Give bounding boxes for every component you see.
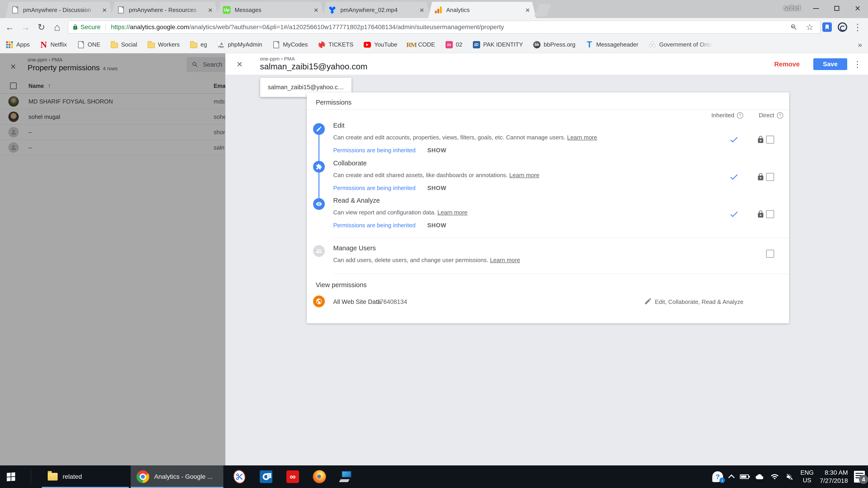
bookmark-phpmyadmin[interactable]: PMAphpMyAdmin (217, 41, 262, 48)
inherited-note-link[interactable]: Permissions are being inherited (333, 185, 415, 192)
back-icon[interactable]: ← (2, 18, 18, 36)
inherited-note-link[interactable]: Permissions are being inherited (333, 147, 415, 154)
learn-more-link[interactable]: Learn more (567, 134, 597, 141)
close-button[interactable]: × (847, 0, 868, 17)
learn-more-link[interactable]: Learn more (509, 172, 539, 178)
tab-close-icon[interactable]: × (314, 6, 318, 14)
start-button[interactable] (0, 465, 22, 488)
tab-analytics-active[interactable]: Analytics × (428, 2, 536, 18)
tab-close-icon[interactable]: × (208, 6, 213, 14)
tab-pmanywhere-resources[interactable]: pmAnywhere - Resources × (111, 2, 219, 18)
upwork-icon: Up (223, 6, 230, 14)
bookmark-apps[interactable]: Apps (6, 41, 30, 48)
modal-scrim[interactable] (0, 53, 225, 465)
wifi-icon[interactable] (770, 473, 779, 481)
tray-expand-icon[interactable] (729, 474, 734, 480)
bookmark-youtube[interactable]: YouTube (364, 41, 397, 48)
omnibox[interactable]: Secure https://analytics.google.com/anal… (68, 21, 820, 34)
volume-muted-icon[interactable] (785, 473, 794, 481)
tab-close-icon[interactable]: × (420, 6, 424, 14)
bookmark-mycodes[interactable]: MyCodes (273, 41, 308, 48)
bookmark-code[interactable]: RMCODE (408, 41, 435, 48)
bookmark-social[interactable]: Social (111, 41, 137, 48)
task-chrome-analytics[interactable]: Analytics - Google ... (131, 465, 223, 488)
adobe-cc-button[interactable]: ∞ (279, 465, 306, 488)
task-active-indicator (131, 487, 223, 488)
show-button[interactable]: SHOW (427, 147, 446, 154)
bbpress-icon: bb (533, 41, 540, 48)
action-center-icon[interactable]: 4 (854, 471, 865, 483)
bookmark-netflix[interactable]: NNetflix (40, 41, 67, 48)
bookmark-star-icon[interactable]: ☆ (803, 21, 816, 33)
bookmark-messageheader[interactable]: TMessageheader (586, 41, 638, 48)
snipping-tool-button[interactable] (226, 465, 253, 488)
direct-checkbox[interactable] (766, 210, 774, 218)
direct-checkbox[interactable] (766, 173, 774, 181)
tab-pmanywhere-video[interactable]: pmAnywhere_02.mp4 × (322, 2, 430, 18)
help-icon[interactable]: ? (737, 112, 743, 119)
remove-button[interactable]: Remove (774, 61, 800, 68)
language-indicator[interactable]: ENG US (800, 469, 814, 484)
lock-icon (756, 210, 765, 218)
url-text[interactable]: https://analytics.google.com/analytics/w… (111, 24, 784, 31)
url-host: analytics.google.com (130, 24, 189, 31)
analytics-icon (434, 6, 442, 14)
show-button[interactable]: SHOW (427, 185, 446, 192)
zoom-indicator-icon[interactable] (787, 21, 800, 33)
inherited-note-link[interactable]: Permissions are being inherited (333, 222, 415, 229)
learn-more-link[interactable]: Learn more (490, 257, 520, 263)
outlook-icon (260, 470, 272, 483)
swirl-extension-icon[interactable] (838, 22, 847, 32)
this-pc-button[interactable] (333, 465, 360, 488)
system-tray: ?i ENG US 8:30 AM 7/27/2018 4 (712, 465, 865, 488)
security-chip[interactable]: Secure (72, 24, 101, 31)
home-icon[interactable]: ⌂ (49, 18, 65, 36)
direct-checkbox[interactable] (766, 135, 774, 144)
battery-icon[interactable] (740, 475, 749, 479)
bookmark-pak-identity[interactable]: IDPAK IDENTITY (473, 41, 523, 48)
bookmark-workers[interactable]: Workers (148, 41, 180, 48)
edit-permission-icon (313, 123, 325, 135)
bookmark-eg[interactable]: eg (190, 41, 207, 48)
bookmark-02[interactable]: in02 (445, 41, 463, 48)
outlook-button[interactable] (253, 465, 279, 488)
clock[interactable]: 8:30 AM 7/27/2018 (819, 468, 848, 485)
divider (333, 238, 789, 238)
direct-checkbox[interactable] (766, 250, 774, 258)
chrome-profile-name[interactable]: sohel (784, 4, 800, 12)
tab-close-icon[interactable]: × (102, 6, 107, 14)
bookmark-bbpress[interactable]: bbbbPress.org (533, 41, 575, 48)
task-related-folder[interactable]: related (42, 465, 129, 488)
tab-messages[interactable]: Up Messages × (217, 2, 324, 18)
dialog-header: × one-ppm › PMA salman_zaibi15@yahoo.com… (225, 53, 868, 75)
dialog-close-icon[interactable]: × (237, 59, 243, 69)
forward-icon[interactable]: → (18, 18, 33, 36)
show-button[interactable]: SHOW (427, 222, 446, 229)
restore-button[interactable] (827, 0, 847, 17)
bookmark-one[interactable]: ONE (77, 41, 100, 48)
dialog-menu-icon[interactable]: ⋮ (853, 59, 862, 69)
tab-pmanywhere-discussion[interactable]: pmAnywhere - Discussion × (5, 2, 113, 18)
chrome-menu-icon[interactable]: ⋮ (853, 22, 862, 32)
view-name[interactable]: All Web Site Data (333, 298, 381, 305)
firefox-button[interactable] (306, 465, 333, 488)
bookmark-tickets[interactable]: TICKETS (318, 41, 353, 48)
help-icon[interactable]: ? (777, 112, 783, 119)
bookmarks-overflow-icon[interactable]: » (858, 40, 862, 49)
folder-icon (148, 41, 155, 48)
help-bubble-icon[interactable]: ?i (712, 471, 723, 482)
edit-view-permissions-icon[interactable] (644, 297, 652, 305)
tab-close-icon[interactable]: × (525, 6, 530, 14)
reload-icon[interactable]: ↻ (33, 18, 49, 36)
permission-links: Permissions are being inherited SHOW (333, 147, 446, 154)
learn-more-link[interactable]: Learn more (437, 209, 467, 216)
save-button[interactable]: Save (813, 58, 847, 70)
starburst-icon (318, 41, 325, 48)
onedrive-cloud-icon[interactable] (755, 473, 764, 481)
view-id: 176408134 (377, 298, 407, 305)
bookmark-government-ontario[interactable]: Government of Onta (649, 41, 712, 48)
new-tab-button[interactable] (534, 4, 552, 17)
manage-users-icon (313, 245, 325, 257)
minimize-button[interactable] (806, 0, 827, 17)
bookmark-extension-icon[interactable] (822, 22, 832, 32)
